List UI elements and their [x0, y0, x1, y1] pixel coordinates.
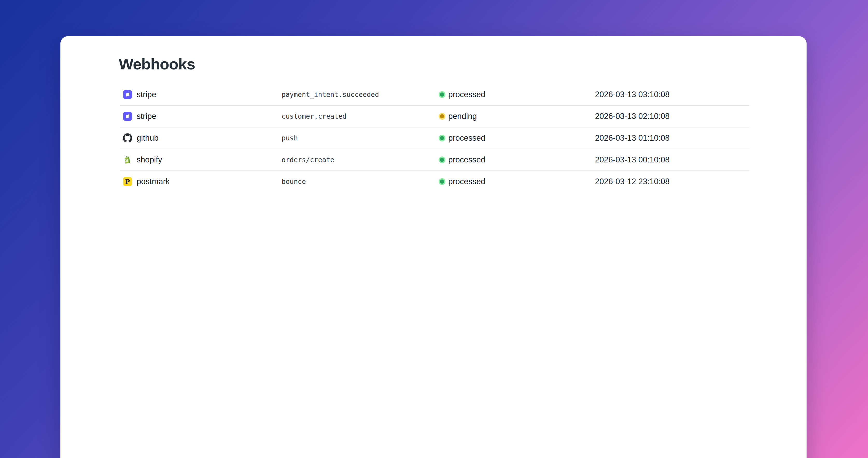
status-cell: pending	[439, 112, 595, 121]
status-dot	[439, 135, 445, 141]
page-title: Webhooks	[119, 57, 807, 72]
source-name: postmark	[136, 177, 169, 186]
stripe-icon	[123, 90, 132, 99]
shopify-icon: S	[123, 155, 132, 164]
source-name: github	[136, 133, 158, 143]
table-row[interactable]: S P shopify orders/create processed 2026…	[120, 149, 749, 171]
status-label: processed	[448, 177, 485, 186]
status-dot	[439, 178, 445, 185]
event-type: payment_intent.succeeded	[282, 91, 439, 98]
event-type: push	[282, 134, 439, 142]
status-label: processed	[448, 90, 485, 99]
webhooks-card: Webhooks S P stripe payment_intent.succ	[60, 36, 807, 458]
postmark-icon: P	[123, 177, 132, 186]
timestamp: 2026-03-13 02:10:08	[595, 112, 749, 121]
status-dot	[439, 113, 445, 120]
status-label: pending	[448, 112, 477, 121]
source-cell: S P shopify	[120, 155, 282, 164]
table-row[interactable]: S P stripe customer.created pending 2026…	[120, 106, 749, 127]
github-icon	[123, 133, 132, 143]
source-name: stripe	[136, 90, 156, 99]
table-row[interactable]: S P postmark bounce processed 2026-03-12…	[120, 171, 749, 192]
svg-text:S: S	[125, 158, 128, 163]
webhook-table: S P stripe payment_intent.succeeded proc…	[120, 84, 749, 192]
svg-text:P: P	[125, 178, 130, 186]
timestamp: 2026-03-13 01:10:08	[595, 133, 749, 143]
source-name: shopify	[136, 155, 162, 164]
timestamp: 2026-03-13 03:10:08	[595, 90, 749, 99]
table-row[interactable]: S P github push processed 2026-03-13 01:…	[120, 127, 749, 149]
source-cell: S P github	[120, 133, 282, 143]
status-cell: processed	[439, 177, 595, 186]
status-dot	[439, 91, 445, 98]
table-row[interactable]: S P stripe payment_intent.succeeded proc…	[120, 84, 749, 106]
event-type: bounce	[282, 178, 439, 186]
event-type: customer.created	[282, 112, 439, 120]
status-label: processed	[448, 155, 485, 164]
event-type: orders/create	[282, 156, 439, 164]
timestamp: 2026-03-12 23:10:08	[595, 177, 749, 186]
timestamp: 2026-03-13 00:10:08	[595, 155, 749, 164]
status-cell: processed	[439, 133, 595, 143]
status-label: processed	[448, 133, 485, 143]
status-cell: processed	[439, 90, 595, 99]
status-dot	[439, 157, 445, 163]
status-cell: processed	[439, 155, 595, 164]
source-name: stripe	[136, 112, 156, 121]
source-cell: S P stripe	[120, 90, 282, 99]
source-cell: S P postmark	[120, 177, 282, 186]
source-cell: S P stripe	[120, 112, 282, 121]
stripe-icon	[123, 112, 132, 121]
